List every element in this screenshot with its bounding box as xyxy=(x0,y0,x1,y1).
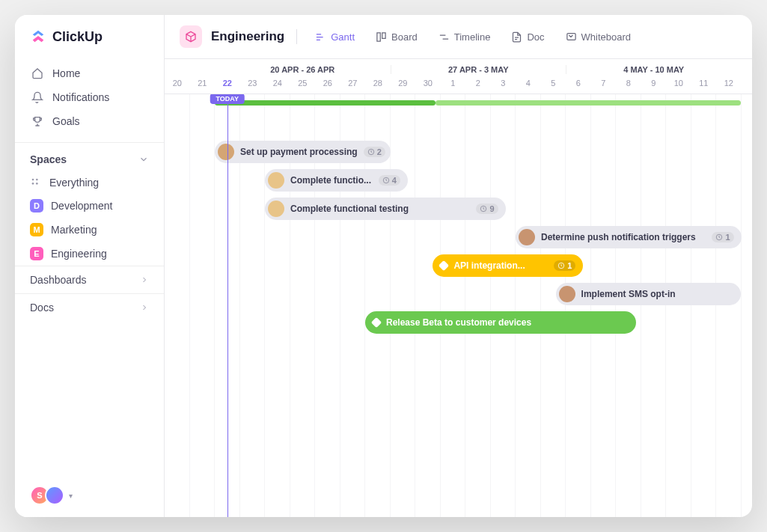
day-cell[interactable]: 10 xyxy=(666,74,691,94)
progress-segment xyxy=(436,100,742,106)
task-label: Set up payment processing xyxy=(240,147,358,157)
svg-rect-4 xyxy=(377,32,380,40)
gantt-task[interactable]: API integration...1 xyxy=(433,254,583,277)
day-cell[interactable]: 25 xyxy=(290,74,316,94)
chevron-down-icon xyxy=(138,154,149,165)
gantt-body[interactable]: TODAY Set up payment processing2Complete… xyxy=(165,94,752,517)
timeline-icon xyxy=(438,31,450,43)
section-label: Spaces xyxy=(30,153,67,165)
day-cell[interactable]: 11 xyxy=(691,74,717,94)
day-cell[interactable]: 3 xyxy=(491,74,516,94)
cube-icon xyxy=(185,31,197,43)
task-label: Release Beta to customer devices xyxy=(386,317,531,328)
nav-label: Notifications xyxy=(52,91,109,103)
day-cell[interactable]: 20 xyxy=(165,74,190,94)
view-whiteboard[interactable]: Whiteboard xyxy=(560,28,637,46)
day-cell[interactable]: 27 xyxy=(340,74,366,94)
item-label: Development xyxy=(51,200,113,212)
day-cell[interactable]: 24 xyxy=(265,74,290,94)
doc-icon xyxy=(511,31,522,43)
chevron-right-icon xyxy=(140,275,149,284)
section-label: Dashboards xyxy=(30,274,87,286)
assignee-avatar xyxy=(268,201,284,217)
whiteboard-icon xyxy=(566,31,577,43)
view-label: Doc xyxy=(527,31,544,43)
task-label: Complete functional testing xyxy=(290,204,409,214)
subtask-count: 4 xyxy=(379,175,400,186)
item-label: Marketing xyxy=(51,224,97,236)
day-cell[interactable]: 9 xyxy=(641,74,667,94)
date-range: 27 APR - 3 MAY xyxy=(391,65,566,74)
sidebar-item-marketing[interactable]: M Marketing xyxy=(15,218,164,242)
sidebar: ClickUp Home Notifications Goals Spaces … xyxy=(15,15,165,517)
chevron-down-icon: ▾ xyxy=(69,492,73,500)
day-cell[interactable]: 21 xyxy=(190,74,216,94)
clickup-logo-icon xyxy=(30,28,46,45)
gantt-task[interactable]: Determine push notification triggers1 xyxy=(516,226,742,248)
day-cell[interactable]: 4 xyxy=(516,74,541,94)
view-gantt[interactable]: Gantt xyxy=(309,28,361,46)
day-cell[interactable]: 12 xyxy=(716,74,742,94)
sidebar-docs[interactable]: Docs xyxy=(15,293,164,321)
assignee-avatar xyxy=(519,229,535,245)
gantt-task[interactable]: Implement SMS opt-in xyxy=(556,283,742,305)
day-cell[interactable]: 29 xyxy=(391,74,416,94)
day-cell[interactable]: 6 xyxy=(566,74,591,94)
view-timeline[interactable]: Timeline xyxy=(433,28,497,46)
sidebar-item-everything[interactable]: Everything xyxy=(15,171,164,194)
page-header: Engineering Gantt Board Timeline Doc Whi… xyxy=(165,15,752,59)
gantt-task[interactable]: Complete functional testing9 xyxy=(265,198,506,220)
svg-rect-5 xyxy=(382,32,385,38)
day-cell[interactable]: 1 xyxy=(441,74,466,94)
assignee-avatar xyxy=(559,286,575,302)
view-label: Whiteboard xyxy=(581,31,631,43)
day-cell[interactable]: 5 xyxy=(541,74,566,94)
svg-point-0 xyxy=(32,179,34,181)
day-cell[interactable]: 26 xyxy=(315,74,340,94)
today-indicator xyxy=(227,94,228,517)
day-cell[interactable]: 23 xyxy=(240,74,266,94)
space-badge: E xyxy=(30,247,43,260)
sidebar-item-engineering[interactable]: E Engineering xyxy=(15,242,164,266)
progress-segment xyxy=(215,100,436,106)
assignee-avatar xyxy=(218,144,234,160)
nav-goals[interactable]: Goals xyxy=(24,109,155,133)
view-board[interactable]: Board xyxy=(370,28,424,46)
sidebar-item-development[interactable]: D Development xyxy=(15,194,164,218)
task-label: API integration... xyxy=(453,260,525,271)
view-doc[interactable]: Doc xyxy=(505,28,550,46)
brand-logo[interactable]: ClickUp xyxy=(15,15,164,58)
task-label: Implement SMS opt-in xyxy=(581,289,676,299)
day-cell[interactable]: 2 xyxy=(465,74,491,94)
gantt-icon xyxy=(315,31,326,43)
gantt-task[interactable]: Release Beta to customer devices xyxy=(365,311,636,334)
day-cell[interactable]: 28 xyxy=(365,74,391,94)
subtask-count: 2 xyxy=(364,147,385,157)
spaces-header[interactable]: Spaces xyxy=(15,142,164,171)
space-badge: M xyxy=(30,223,43,236)
day-cell[interactable]: 22 xyxy=(215,74,240,94)
day-cell[interactable]: 7 xyxy=(591,74,617,94)
gantt-task[interactable]: Set up payment processing2 xyxy=(215,141,391,163)
day-cell[interactable]: 8 xyxy=(616,74,641,94)
milestone-icon xyxy=(438,260,449,271)
space-icon xyxy=(180,25,202,48)
app-window: ClickUp Home Notifications Goals Spaces … xyxy=(15,15,752,517)
day-cell[interactable]: 30 xyxy=(415,74,441,94)
item-label: Everything xyxy=(49,177,99,189)
nav-label: Home xyxy=(52,67,80,79)
board-icon xyxy=(376,31,387,43)
nav-notifications[interactable]: Notifications xyxy=(24,85,155,109)
home-icon xyxy=(31,67,43,79)
today-badge: TODAY xyxy=(210,94,245,104)
timeline-header: 20 APR - 26 APR27 APR - 3 MAY4 MAY - 10 … xyxy=(165,59,752,94)
divider xyxy=(296,29,297,44)
sidebar-dashboards[interactable]: Dashboards xyxy=(15,266,164,293)
date-range: 4 MAY - 10 MAY xyxy=(566,65,742,74)
main-content: Engineering Gantt Board Timeline Doc Whi… xyxy=(165,15,752,517)
nav-home[interactable]: Home xyxy=(24,61,155,85)
item-label: Engineering xyxy=(51,248,107,260)
gantt-task[interactable]: Complete functio...4 xyxy=(265,169,408,192)
date-range: 20 APR - 26 APR xyxy=(215,65,391,74)
workspace-switcher[interactable]: S ▾ xyxy=(15,474,164,517)
